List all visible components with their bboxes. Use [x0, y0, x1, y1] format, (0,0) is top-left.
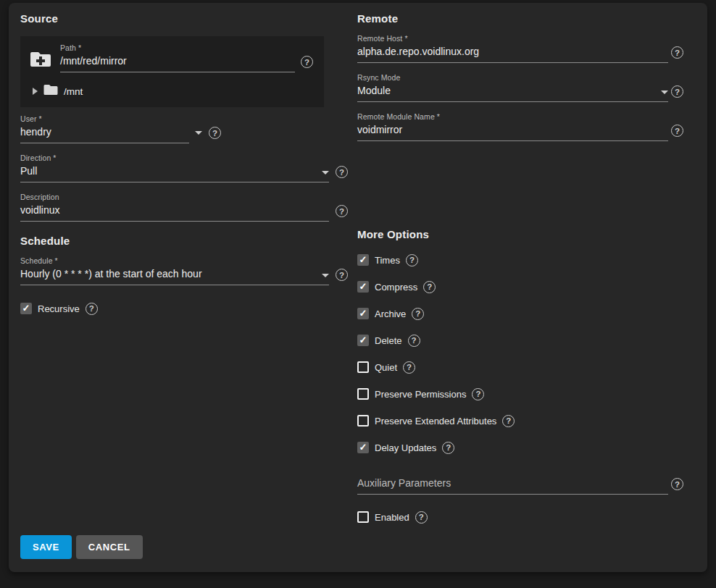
- delay-updates-help-icon[interactable]: ?: [442, 442, 454, 454]
- section-title-source: Source: [20, 12, 348, 25]
- enabled-label: Enabled: [375, 512, 409, 523]
- rsync-mode-value: Module: [357, 85, 391, 97]
- remote-host-help-icon[interactable]: ?: [671, 46, 683, 59]
- path-help-icon[interactable]: ?: [301, 56, 313, 68]
- direction-dropdown-arrow-icon[interactable]: [322, 171, 329, 175]
- left-column: Source Path * /mnt/red/mirror ?: [20, 3, 348, 316]
- expand-arrow-icon[interactable]: [33, 88, 38, 95]
- tree-node-label: /mnt: [64, 86, 83, 97]
- recursive-help-icon[interactable]: ?: [86, 303, 98, 315]
- cancel-button[interactable]: CANCEL: [76, 535, 143, 559]
- path-explorer-panel: Path * /mnt/red/mirror ? /mnt: [20, 36, 324, 107]
- path-label: Path *: [60, 43, 295, 53]
- schedule-dropdown-arrow-icon[interactable]: [322, 274, 329, 277]
- preserve-extended-attributes-label: Preserve Extended Attributes: [375, 416, 496, 427]
- user-dropdown-arrow-icon[interactable]: [195, 131, 202, 135]
- checkbox-row-recursive[interactable]: Recursive ?: [20, 301, 348, 316]
- preserve-extended-attributes-checkbox[interactable]: [357, 415, 369, 427]
- save-button[interactable]: SAVE: [20, 535, 72, 559]
- schedule-label: Schedule *: [20, 256, 329, 266]
- checkbox-row-delete[interactable]: Delete ?: [357, 333, 683, 348]
- path-value: /mnt/red/mirror: [60, 55, 127, 67]
- archive-label: Archive: [375, 308, 406, 319]
- enabled-help-icon[interactable]: ?: [415, 511, 428, 524]
- auxiliary-parameters-label: Auxiliary Parameters: [357, 477, 451, 490]
- compress-help-icon[interactable]: ?: [423, 281, 436, 293]
- times-label: Times: [375, 255, 400, 266]
- direction-select[interactable]: Pull: [20, 163, 329, 182]
- recursive-label: Recursive: [38, 303, 80, 314]
- preserve-permissions-checkbox[interactable]: [357, 388, 369, 400]
- add-folder-icon[interactable]: [30, 51, 51, 71]
- path-input[interactable]: /mnt/red/mirror: [60, 53, 295, 72]
- checkbox-row-preserve-permissions[interactable]: Preserve Permissions ?: [357, 387, 683, 401]
- right-column: Remote Remote Host * alpha.de.repo.voidl…: [357, 3, 683, 524]
- remote-module-label: Remote Module Name *: [357, 112, 668, 122]
- quiet-help-icon[interactable]: ?: [403, 361, 415, 374]
- rsync-mode-help-icon[interactable]: ?: [671, 85, 683, 98]
- compress-label: Compress: [375, 282, 417, 293]
- description-help-icon[interactable]: ?: [336, 205, 348, 217]
- remote-module-value: voidmirror: [357, 124, 402, 136]
- times-checkbox[interactable]: [357, 254, 369, 266]
- schedule-select[interactable]: Hourly (0 * * * *) at the start of each …: [20, 266, 329, 285]
- rsync-mode-select[interactable]: Module: [357, 83, 668, 102]
- description-input[interactable]: voidlinux: [20, 202, 329, 222]
- quiet-checkbox[interactable]: [357, 361, 369, 373]
- quiet-label: Quiet: [375, 362, 397, 373]
- section-title-remote: Remote: [357, 12, 683, 25]
- checkbox-row-archive[interactable]: Archive ?: [357, 306, 683, 321]
- recursive-checkbox[interactable]: [20, 303, 32, 314]
- rsync-mode-label: Rsync Mode: [357, 73, 668, 83]
- description-label: Description: [20, 193, 329, 202]
- delay-updates-label: Delay Updates: [375, 442, 436, 453]
- section-title-more-options: More Options: [357, 228, 683, 241]
- checkbox-row-preserve-extended-attributes[interactable]: Preserve Extended Attributes ?: [357, 413, 683, 428]
- checkbox-row-times[interactable]: Times ?: [357, 253, 683, 267]
- rsync-mode-dropdown-arrow-icon[interactable]: [661, 91, 668, 94]
- schedule-value: Hourly (0 * * * *) at the start of each …: [20, 268, 202, 280]
- enabled-checkbox[interactable]: [357, 511, 369, 523]
- checkbox-row-quiet[interactable]: Quiet ?: [357, 360, 683, 374]
- times-help-icon[interactable]: ?: [406, 254, 418, 266]
- folder-icon: [43, 84, 58, 98]
- user-value: hendry: [20, 126, 51, 138]
- direction-label: Direction *: [20, 154, 329, 163]
- compress-checkbox[interactable]: [357, 281, 369, 293]
- remote-host-value: alpha.de.repo.voidlinux.org: [357, 46, 479, 58]
- delete-label: Delete: [375, 335, 402, 346]
- user-select[interactable]: hendry: [20, 124, 189, 143]
- delete-help-icon[interactable]: ?: [408, 335, 420, 347]
- tree-node-mnt[interactable]: /mnt: [30, 84, 324, 98]
- auxiliary-parameters-input[interactable]: Auxiliary Parameters: [357, 475, 668, 495]
- preserve-permissions-label: Preserve Permissions: [375, 389, 466, 400]
- form-actions: SAVE CANCEL: [20, 535, 143, 559]
- description-value: voidlinux: [20, 204, 59, 217]
- user-label: User *: [20, 114, 189, 124]
- remote-module-help-icon[interactable]: ?: [671, 125, 683, 137]
- remote-host-label: Remote Host *: [357, 34, 668, 43]
- remote-module-input[interactable]: voidmirror: [357, 122, 668, 141]
- checkbox-row-compress[interactable]: Compress ?: [357, 280, 683, 294]
- delay-updates-checkbox[interactable]: [357, 442, 369, 453]
- direction-value: Pull: [20, 165, 37, 177]
- direction-help-icon[interactable]: ?: [336, 166, 348, 178]
- schedule-help-icon[interactable]: ?: [336, 269, 348, 281]
- checkbox-row-delay-updates[interactable]: Delay Updates ?: [357, 440, 683, 455]
- rsync-task-form: Source Path * /mnt/red/mirror ?: [9, 3, 707, 572]
- preserve-extended-attributes-help-icon[interactable]: ?: [502, 415, 515, 427]
- remote-host-input[interactable]: alpha.de.repo.voidlinux.org: [357, 43, 668, 63]
- delete-checkbox[interactable]: [357, 335, 369, 346]
- section-title-schedule: Schedule: [20, 235, 348, 248]
- preserve-permissions-help-icon[interactable]: ?: [472, 388, 484, 400]
- archive-help-icon[interactable]: ?: [412, 308, 424, 320]
- archive-checkbox[interactable]: [357, 308, 369, 319]
- user-help-icon[interactable]: ?: [209, 127, 221, 139]
- checkbox-row-enabled[interactable]: Enabled ?: [357, 510, 683, 524]
- auxiliary-parameters-help-icon[interactable]: ?: [671, 478, 683, 490]
